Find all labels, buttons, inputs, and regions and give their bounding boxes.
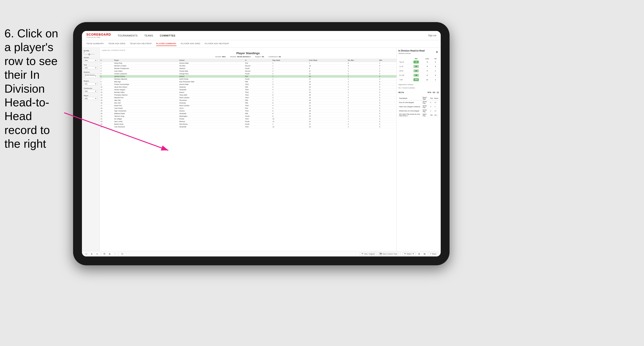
cell-reg: 1 (272, 91, 308, 94)
paste-icon[interactable]: ⊕ (108, 252, 112, 256)
sign-out[interactable]: Sign out (428, 34, 436, 37)
h2h-loss: 4 (422, 69, 432, 73)
cell-rds: 1 (347, 112, 378, 115)
bottom-toolbar: ↩ ⏸ ↪ ⧉ ⊕ ⋯ ↻ 👁 View: Original 💾 Save Cu… (82, 251, 441, 256)
pause-icon[interactable]: ⏸ (90, 252, 94, 256)
h2h-close-button[interactable]: ⊗ (436, 50, 438, 53)
nav-teams[interactable]: TEAMS (144, 33, 153, 38)
player-value[interactable]: (All) ▼ (84, 97, 98, 100)
nav-committee[interactable]: COMMITTEE (160, 33, 176, 38)
table-row[interactable]: 6 Jackson Koivun Auburn First 1 26 1 0 (100, 75, 396, 78)
h2h-col-rank (398, 57, 410, 60)
table-row[interactable]: 11 Gordon Sargent Vanderbilt Third 4 21 … (100, 88, 396, 91)
table-row[interactable]: 25 Cole Sherwood Vanderbilt Third 12 23 … (100, 126, 396, 128)
cell-school: Auburn (178, 91, 244, 94)
cell-rds: 1 (347, 115, 378, 118)
gender-value[interactable]: Men ▼ (84, 59, 98, 62)
table-row[interactable]: 5 Christo Lamprecht Georgia Tech Fourth … (100, 72, 396, 75)
tab-team-summary[interactable]: TEAM SUMMARY (86, 41, 104, 46)
h2h-table-row: 26-50 22 4 1 (398, 69, 439, 73)
watch-btn[interactable]: 👁 Watch ▼ (402, 252, 416, 256)
table-row[interactable]: 24 Bastien Amat New Mexico Fourth 1 27 2… (100, 123, 396, 126)
table-row[interactable]: 7 Nicholas Gabrelcik North Florida Fourt… (100, 78, 396, 80)
cell-reg: 6 (272, 94, 308, 96)
cell-school: Georgia Tech (178, 72, 244, 75)
grid-icon[interactable]: ⊞ (423, 252, 426, 256)
table-row[interactable]: 1 Wenyi Ding Arizona State First 1 1 8 1 (100, 62, 396, 65)
year-value[interactable]: (All) ▼ (84, 66, 98, 69)
table-row[interactable]: 23 Jack Lundin Missouri Fourth 11 24 1 0 (100, 120, 396, 123)
table-row[interactable]: 8 Mats Ege East Tennessee State Fifth 1 … (100, 80, 396, 83)
table-row[interactable]: 19 Tiger Christensen Arizona Third 8 23 … (100, 110, 396, 112)
tab-player-h2h-grid[interactable]: PLAYER H2H GRID (181, 41, 200, 46)
cell-win: 0 (378, 120, 396, 123)
h2h-table-row: 11-25 20 9 5 (398, 64, 439, 69)
table-row[interactable]: 12 Brendan Valles Auburn Third 1 19 1 0 (100, 91, 396, 94)
cell-yr: Fifth (244, 102, 272, 104)
refresh-icon[interactable]: ↻ (120, 252, 124, 256)
table-row[interactable]: 10 Jacob Mou-Olesen Arkansas Fifth 3 23 … (100, 86, 396, 88)
nav-tournaments[interactable]: TOURNAMENTS (118, 33, 138, 38)
h2h-loss: 6 (422, 73, 432, 78)
tab-player-h2h-heatmap[interactable]: PLAYER H2H HEATMAP (205, 41, 229, 46)
save-custom-btn[interactable]: 💾 Save Custom View (378, 252, 399, 256)
cell-reg: 11 (272, 120, 308, 123)
undo-icon[interactable]: ↩ (84, 252, 88, 256)
table-row[interactable]: 18 Luke Powell UCLA First 4 24 1 0 (100, 107, 396, 110)
table-row[interactable]: 21 Taehoon Song Washington Fourth 6 23 1… (100, 115, 396, 118)
cell-school: North Florida (178, 78, 244, 80)
tour-type: Match Play (422, 113, 430, 117)
cell-yr: First (244, 75, 272, 78)
table-row[interactable]: 2 Michael La Sasse Ole Miss Second 1 18 … (100, 65, 396, 67)
settings-icon[interactable]: ⚙ (418, 252, 421, 256)
cell-rds: 1 (347, 99, 378, 102)
logo-scoreboard: SCOREBOARD (86, 33, 111, 36)
table-row[interactable]: 20 Matthew Riedel Vanderbilt Fifth 8 24 … (100, 112, 396, 115)
cell-yr: Third (244, 91, 272, 94)
table-row[interactable]: 13 Phichaksn Maichon Texas A&M Third 6 3… (100, 94, 396, 96)
cell-player: Alex Goff (114, 102, 178, 104)
cell-conf: 27 (308, 70, 347, 72)
h2h-tie: 3 (432, 73, 439, 78)
h2h-tie: 1 (432, 78, 439, 82)
cell-num: 25 (100, 126, 114, 128)
table-row[interactable]: 16 Alex Goff Kentucky Fifth 8 19 0 0 (100, 102, 396, 104)
cell-player: Taehoon Song (114, 115, 178, 118)
share-btn[interactable]: ↗ Share (428, 252, 438, 256)
region-value[interactable]: N/A ▼ (84, 82, 98, 85)
cell-yr: First (244, 107, 272, 110)
share-icon: ↗ (430, 253, 431, 255)
tournament-row: Mirabel Maui Jim Intercollegiate Stroke … (398, 109, 439, 113)
table-row[interactable]: 4 Luke Claton Florida State Second 1 27 … (100, 70, 396, 72)
tab-team-h2h-heatmap[interactable]: TEAM H2H HEATMAP (130, 41, 152, 46)
view-original-btn[interactable]: 👁 View: Original (360, 252, 376, 256)
table-row[interactable]: 17 David Ford North Carolina Third 4 21 … (100, 104, 396, 107)
h2h-player: Jackson Koivun (398, 52, 424, 54)
copy-icon[interactable]: ⧉ (102, 252, 106, 256)
cell-num: 15 (100, 99, 114, 102)
tour-col-score: Score (434, 96, 439, 100)
cell-player: Mats Ege (114, 80, 178, 83)
cell-yr: Fourth (244, 115, 272, 118)
table-row[interactable]: 14 Maxwell Ford North Carolina Third 3 2… (100, 96, 396, 99)
options-icon[interactable]: ⋯ (113, 252, 117, 256)
cell-win: 0 (378, 65, 396, 67)
cell-school: Tennessee (178, 99, 244, 102)
tab-team-h2h-grid[interactable]: TEAM H2H GRID (108, 41, 125, 46)
table-row[interactable]: 22 Ian Gilligan Florida Third 10 24 1 0 (100, 118, 396, 120)
tab-player-summary[interactable]: PLAYER SUMMARY (156, 41, 176, 46)
table-row[interactable]: 15 Jake Hall Tennessee Fifth 3 24 1 0 (100, 99, 396, 102)
standings-filters: Gender: Men Division: NCAA Division I Re… (102, 56, 394, 58)
table-row[interactable]: 9 Preston Summerhays Arizona State Third… (100, 83, 396, 86)
cell-player: Luke Claton (114, 70, 178, 72)
cell-yr: Third (244, 118, 272, 120)
cell-school: Washington (178, 115, 244, 118)
h2h-win: 8 (410, 60, 422, 64)
division-value[interactable]: NCAA Division I ▼ (84, 74, 98, 78)
cell-win: 0 (378, 115, 396, 118)
cell-player: Gordon Sargent (114, 88, 178, 91)
table-row[interactable]: 3 Michael Thorbjornsen Stanford Fourth 1… (100, 67, 396, 70)
conference-value[interactable]: (All) ▼ (84, 90, 98, 93)
redo-icon[interactable]: ↪ (95, 252, 99, 256)
conference-label: Conference (84, 88, 98, 89)
